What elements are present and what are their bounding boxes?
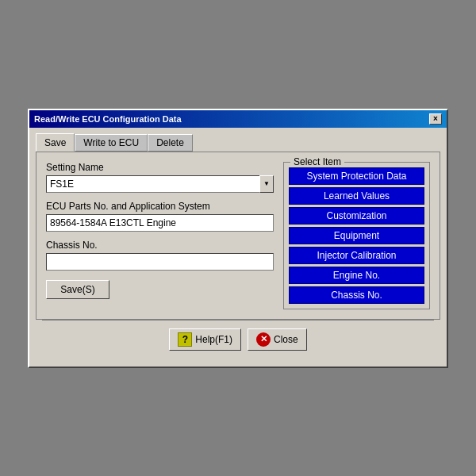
save-button[interactable]: Save(S) xyxy=(46,280,109,299)
tab-bar: Save Write to ECU Delete xyxy=(36,134,440,152)
left-panel: Setting Name ▼ ECU Parts No. and Applica… xyxy=(46,162,274,309)
select-item-group: Select Item System Protection Data Learn… xyxy=(283,162,430,309)
chassis-label: Chassis No. xyxy=(46,240,274,251)
tab-delete[interactable]: Delete xyxy=(148,134,193,152)
window-close-button[interactable]: × xyxy=(429,113,442,125)
setting-name-dropdown-btn[interactable]: ▼ xyxy=(259,175,274,193)
close-label: Close xyxy=(274,334,298,345)
select-btn-system-protection-data[interactable]: System Protection Data xyxy=(289,167,424,185)
main-window: Read/Write ECU Configuration Data × Save… xyxy=(28,109,448,368)
select-item-legend: Select Item xyxy=(290,156,344,167)
setting-name-label: Setting Name xyxy=(46,162,274,173)
chassis-input[interactable] xyxy=(46,253,274,271)
tab-save[interactable]: Save xyxy=(36,133,75,152)
ecu-parts-label: ECU Parts No. and Application System xyxy=(46,201,274,212)
help-button[interactable]: ? Help(F1) xyxy=(169,328,241,351)
ecu-parts-input[interactable] xyxy=(46,214,274,232)
help-label: Help(F1) xyxy=(195,334,232,345)
select-btn-injector-calibration[interactable]: Injector Calibration xyxy=(289,247,424,264)
tab-write-to-ecu[interactable]: Write to ECU xyxy=(75,134,148,152)
window-title: Read/Write ECU Configuration Data xyxy=(34,114,182,124)
select-btn-chassis-no[interactable]: Chassis No. xyxy=(289,286,424,304)
close-dialog-button[interactable]: ✕ Close xyxy=(248,328,307,351)
help-icon: ? xyxy=(178,332,192,347)
tab-content: Setting Name ▼ ECU Parts No. and Applica… xyxy=(36,152,440,320)
select-btn-engine-no[interactable]: Engine No. xyxy=(289,267,424,284)
title-bar: Read/Write ECU Configuration Data × xyxy=(29,110,447,128)
right-panel: Select Item System Protection Data Learn… xyxy=(283,162,430,309)
select-btn-customization[interactable]: Customization xyxy=(289,207,424,225)
window-content: Save Write to ECU Delete Setting Name ▼ … xyxy=(29,128,447,367)
setting-name-field-container: ▼ xyxy=(46,175,274,193)
close-icon: ✕ xyxy=(256,332,271,347)
setting-name-input[interactable] xyxy=(46,175,259,193)
select-btn-equipment[interactable]: Equipment xyxy=(289,227,424,244)
select-btn-learned-values[interactable]: Learned Values xyxy=(289,187,424,205)
bottom-bar: ? Help(F1) ✕ Close xyxy=(36,321,440,360)
